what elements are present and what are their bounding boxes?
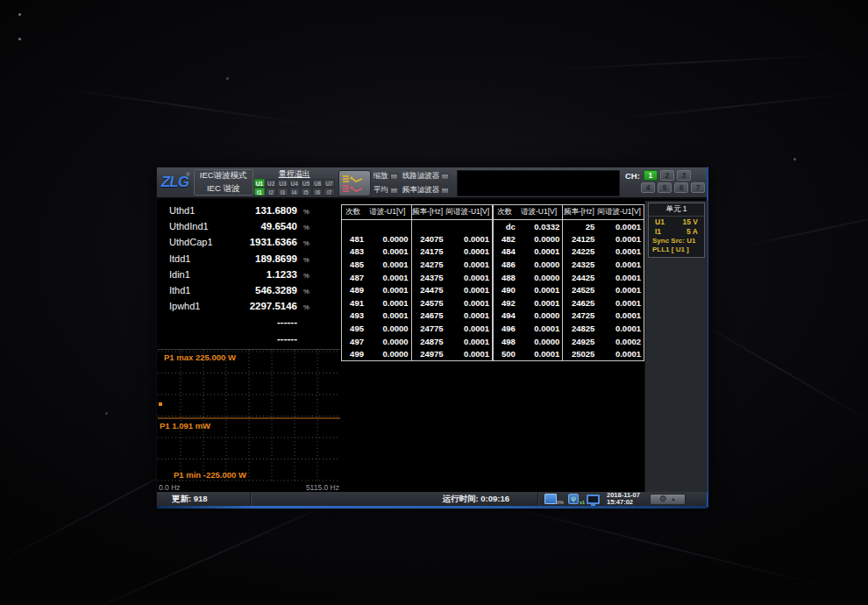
- measurement-unit: %: [297, 272, 315, 280]
- usb-count: x1: [580, 500, 585, 505]
- table-cell: 0.0001: [366, 258, 411, 271]
- channel-selector: CH: 123 4567: [620, 167, 707, 197]
- filter-checkbox[interactable]: [441, 174, 449, 180]
- table-row: 4810.0000240750.00014820.0000241250.0001: [342, 232, 644, 246]
- background-streak: [544, 53, 842, 71]
- background-streak: [479, 499, 836, 590]
- table-cell: 0.0000: [518, 258, 563, 271]
- table-cell: 0.0332: [518, 220, 563, 233]
- measurement-value: 2297.5146: [238, 301, 297, 311]
- table-cell: 0.0001: [597, 283, 644, 296]
- table-cell: 488: [493, 271, 518, 284]
- table-cell: 0.0000: [518, 310, 563, 323]
- table-cell: 0.0001: [518, 296, 563, 310]
- measurement-row: Ithd1546.3289%: [157, 285, 341, 301]
- right-sidebar: 单元 1 U115 VI15 A Sync Src: U1 PLL1 [ U1 …: [644, 201, 708, 492]
- usb-glyph: ψ: [571, 495, 576, 502]
- measurement-unit: %: [297, 288, 315, 295]
- table-cell: 0.0001: [446, 258, 494, 271]
- background-speck: [793, 158, 796, 160]
- unit-row-label: I1: [655, 227, 661, 236]
- table-cell: 0.0001: [597, 232, 644, 246]
- measurement-unit: %: [297, 303, 315, 311]
- table-cell: 499: [342, 347, 366, 360]
- status-icons: .0% ψ x1 2018-11-07 15:47:02 ⚙ ▲: [538, 492, 686, 506]
- range-overflow-title: 量程溢出: [279, 169, 310, 178]
- table-cell: 24325: [563, 258, 598, 271]
- table-row: 4870.0001243750.00014880.0000244250.0001: [342, 271, 644, 284]
- background-speck: [226, 77, 229, 80]
- registered-mark: ®: [186, 172, 189, 177]
- filter-toggles: 缩放线路滤波器平均频率滤波器: [374, 167, 454, 197]
- x-axis-min-label: 0.0 Hz: [159, 483, 181, 492]
- overflow-badge-u6: U6: [312, 179, 323, 187]
- table-cell: 24075: [411, 232, 446, 246]
- table-cell: 24475: [411, 283, 446, 296]
- measurement-row: Uthd1131.6809%: [157, 205, 341, 221]
- wiring-switch-icon: [341, 173, 367, 194]
- table-cell: 24575: [411, 296, 446, 310]
- filter-checkbox[interactable]: [441, 188, 449, 194]
- channel-button-7[interactable]: 7: [691, 182, 705, 193]
- overflow-badge-u1: U1: [254, 179, 265, 187]
- table-column-header: 间谐波-U1[V]: [597, 205, 644, 220]
- update-counter: 更新: 918: [157, 492, 251, 506]
- wiring-settings-button[interactable]: [338, 170, 371, 196]
- table-cell: 24725: [563, 310, 598, 323]
- channel-button-6[interactable]: 6: [674, 182, 688, 193]
- table-cell: 0.0001: [597, 322, 644, 335]
- filter-label: 平均: [374, 185, 388, 196]
- table-cell: [366, 220, 411, 233]
- table-cell: 0.0000: [518, 232, 563, 246]
- measurement-value: 1931.6366: [238, 237, 297, 247]
- channel-button-1[interactable]: 1: [644, 170, 658, 181]
- mode-selector-button[interactable]: IEC谐波模式 IEC 谐波: [194, 169, 253, 196]
- measurement-name: Uthd1: [169, 205, 238, 216]
- measurement-name: Ipwhd1: [169, 301, 238, 311]
- mode-line1: IEC谐波模式: [200, 170, 247, 182]
- table-row: 4930.0001246750.00014940.0000247250.0001: [342, 310, 644, 323]
- table-header-row: 次数谐波-U1[V]频率-[Hz]间谐波-U1[V]次数谐波-U1[V]频率-[…: [342, 205, 644, 220]
- channel-button-2[interactable]: 2: [660, 170, 674, 181]
- table-cell: 24425: [563, 271, 598, 284]
- table-cell: 24275: [411, 258, 446, 271]
- header-toolbar: ZLG ® IEC谐波模式 IEC 谐波 量程溢出 U1U2U3U4U5U6U7…: [157, 167, 707, 199]
- power-analyzer-window: ZLG ® IEC谐波模式 IEC 谐波 量程溢出 U1U2U3U4U5U6U7…: [156, 167, 708, 508]
- usb-icon: ψ x1: [568, 494, 579, 504]
- overflow-badge-i6: I6: [312, 188, 323, 196]
- measurement-value: 1.1233: [238, 269, 297, 280]
- table-cell: [411, 220, 446, 233]
- table-cell: 24175: [411, 246, 446, 259]
- table-cell: 0.0001: [597, 220, 644, 233]
- table-column-header: 间谐波-U1[V]: [446, 205, 494, 220]
- background-speck: [105, 412, 108, 415]
- table-row: 4950.0000247750.00014960.0001248250.0001: [342, 322, 644, 335]
- unit-row: U115 V: [649, 217, 704, 226]
- measurement-value: 546.3289: [238, 285, 297, 295]
- measurement-name: Ithd1: [169, 285, 238, 295]
- table-cell: 0.0000: [518, 271, 563, 284]
- filter-checkbox[interactable]: [390, 188, 398, 194]
- table-cell: 0.0001: [446, 246, 494, 259]
- table-cell: 24975: [411, 347, 446, 360]
- measurement-name: UthdCap1: [169, 237, 238, 247]
- table-cell: 0.0001: [446, 347, 494, 360]
- channel-button-5[interactable]: 5: [658, 182, 672, 193]
- table-cell: 0.0001: [597, 310, 644, 323]
- table-column-header: 频率-[Hz]: [411, 205, 446, 220]
- settings-menu-button[interactable]: ⚙ ▲: [650, 494, 686, 505]
- channel-button-3[interactable]: 3: [677, 170, 691, 181]
- table-cell: 485: [342, 258, 366, 271]
- background-speck: [18, 13, 21, 16]
- measurement-name: Idin1: [169, 269, 238, 280]
- overflow-badge-i2: I2: [266, 188, 276, 196]
- table-cell: 500: [493, 347, 518, 360]
- table-cell: 491: [342, 296, 366, 310]
- channel-button-4[interactable]: 4: [641, 182, 655, 193]
- chart-min-label: P1 min -225.000 W: [174, 470, 246, 480]
- table-cell: 25: [563, 220, 598, 233]
- filter-checkbox[interactable]: [390, 174, 398, 180]
- table-row: 4970.0000248750.00014980.0000249250.0002: [342, 335, 644, 348]
- table-cell: [342, 220, 366, 233]
- monitor-icon: [587, 495, 600, 504]
